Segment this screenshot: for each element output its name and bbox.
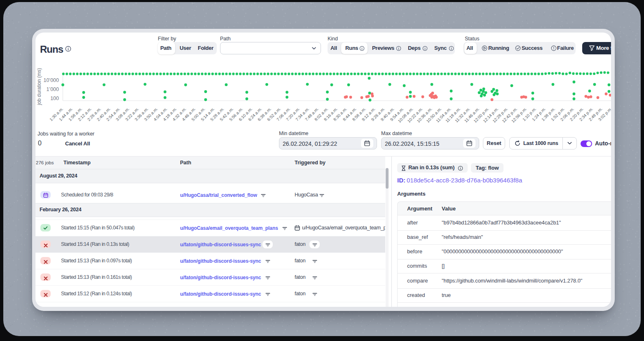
svg-text:1’000: 1’000 [46,86,59,92]
svg-text:job duration (ms): job duration (ms) [36,68,42,105]
svg-text:100: 100 [50,96,59,101]
svg-text:10’000: 10’000 [43,77,59,83]
